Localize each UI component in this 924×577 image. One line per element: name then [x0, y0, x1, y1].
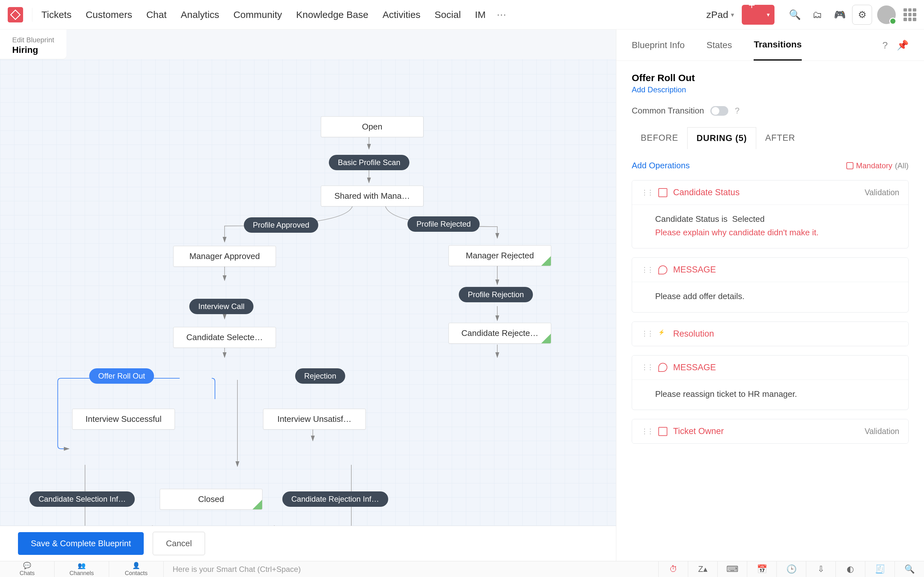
nav-tickets[interactable]: Tickets [41, 9, 71, 20]
tab-states[interactable]: States [706, 29, 732, 61]
transition-profile-rejected[interactable]: Profile Rejected [407, 216, 480, 232]
blueprint-canvas[interactable]: Open Basic Profile Scan Shared with Mana… [0, 59, 616, 526]
apps-grid-icon[interactable] [903, 8, 916, 21]
drag-handle-icon[interactable]: ⋮⋮ [641, 330, 653, 338]
nav-separator [32, 8, 32, 22]
add-description-link[interactable]: Add Description [632, 85, 686, 94]
nav-more-icon[interactable]: ⋯ [497, 9, 506, 20]
op-body-error: Please explain why candidate didn't make… [655, 226, 885, 239]
workspace-name: zPad [706, 9, 728, 20]
create-dropdown-icon[interactable]: ▾ [762, 5, 774, 25]
nav-im[interactable]: IM [475, 9, 485, 20]
nav-kb[interactable]: Knowledge Base [296, 9, 368, 20]
download-icon[interactable]: ⇩ [806, 561, 835, 577]
drag-handle-icon[interactable]: ⋮⋮ [641, 363, 653, 372]
subtab-during[interactable]: DURING (5) [687, 127, 756, 149]
bottom-tab-contacts[interactable]: 👤Contacts [109, 561, 164, 577]
bottom-search-icon[interactable]: 🔍 [895, 561, 924, 577]
contacts-icon: 👤 [132, 562, 140, 569]
save-complete-button[interactable]: Save & Complete Blueprint [18, 532, 144, 555]
help-icon[interactable]: ? [882, 40, 888, 51]
state-closed[interactable]: Closed [160, 489, 262, 510]
timer-icon[interactable]: ⏱ [658, 561, 688, 577]
operation-name: Candidate Status [673, 187, 740, 197]
create-button[interactable]: ＋ ▾ [742, 5, 774, 25]
bottom-tab-label: Channels [69, 570, 94, 577]
gear-icon [846, 162, 853, 169]
workspace-switcher[interactable]: zPad ▾ [706, 9, 734, 20]
cancel-button[interactable]: Cancel [153, 532, 205, 555]
mandatory-indicator[interactable]: Mandatory (All) [846, 161, 909, 170]
state-candidate-selected[interactable]: Candidate Selecte… [173, 327, 276, 348]
pin-icon[interactable]: 📌 [897, 39, 909, 51]
add-operations-link[interactable]: Add Operations [632, 161, 690, 171]
drag-handle-icon[interactable]: ⋮⋮ [641, 427, 653, 436]
tab-transitions[interactable]: Transitions [754, 29, 801, 61]
bottom-tab-chats[interactable]: 💬Chats [0, 561, 55, 577]
transition-profile-rejection[interactable]: Profile Rejection [459, 287, 533, 302]
operation-name: MESSAGE [673, 363, 716, 372]
subtab-after[interactable]: AFTER [756, 127, 804, 149]
field-icon [658, 427, 667, 436]
operation-name: MESSAGE [673, 265, 716, 275]
message-icon [658, 266, 667, 274]
transition-candidate-rejection-info[interactable]: Candidate Rejection Inf… [282, 492, 388, 507]
transition-offer-roll-out[interactable]: Offer Roll Out [89, 368, 154, 384]
nav-analytics[interactable]: Analytics [181, 9, 219, 20]
search-icon[interactable]: 🔍 [785, 5, 804, 25]
za-icon[interactable]: Z▴ [688, 561, 717, 577]
blueprint-name: Hiring [12, 45, 54, 55]
nav-activities[interactable]: Activities [383, 9, 420, 20]
inbox-icon[interactable]: 🗂 [807, 5, 827, 25]
common-transition-label: Common Transition [632, 106, 704, 116]
game-icon[interactable]: 🎮 [830, 5, 850, 25]
subtab-before[interactable]: BEFORE [632, 127, 687, 149]
operation-card[interactable]: ⋮⋮ ⚡ Resolution [632, 322, 909, 346]
transition-candidate-selection-info[interactable]: Candidate Selection Inf… [29, 492, 135, 507]
settings-icon[interactable]: ⚙ [852, 5, 872, 25]
mandatory-label: Mandatory [856, 161, 892, 170]
validation-label: Validation [865, 188, 899, 197]
state-open[interactable]: Open [321, 116, 423, 137]
transition-basic-profile-scan[interactable]: Basic Profile Scan [329, 155, 409, 170]
state-shared-with-manager[interactable]: Shared with Mana… [321, 185, 423, 206]
common-transition-help-icon[interactable]: ? [735, 106, 739, 116]
transition-rejection[interactable]: Rejection [295, 368, 345, 384]
caret-down-icon: ▾ [731, 11, 734, 19]
state-manager-rejected[interactable]: Manager Rejected [449, 245, 551, 266]
operation-card[interactable]: ⋮⋮ MESSAGE Please reassign ticket to HR … [632, 355, 909, 410]
nav-community[interactable]: Community [233, 9, 282, 20]
clock-icon[interactable]: 🕒 [776, 561, 806, 577]
dark-mode-icon[interactable]: ◐ [835, 561, 865, 577]
operation-card[interactable]: ⋮⋮ Candidate Status Validation Candidate… [632, 180, 909, 248]
mandatory-all-label: (All) [895, 161, 909, 170]
edit-blueprint-label: Edit Blueprint [12, 36, 54, 44]
state-candidate-rejected[interactable]: Candidate Rejecte… [449, 323, 551, 343]
op-body-text: Please reassign ticket to HR manager. [632, 380, 908, 410]
receipt-icon[interactable]: 🧾 [865, 561, 895, 577]
user-avatar[interactable] [877, 5, 896, 24]
bolt-icon: ⚡ [658, 329, 667, 338]
app-logo[interactable] [8, 7, 23, 23]
common-transition-toggle[interactable] [710, 106, 728, 116]
operation-card[interactable]: ⋮⋮ MESSAGE Please add offer details. [632, 258, 909, 313]
transition-interview-call[interactable]: Interview Call [189, 299, 254, 314]
state-manager-approved[interactable]: Manager Approved [173, 246, 276, 267]
bottom-tab-channels[interactable]: 👥Channels [55, 561, 109, 577]
nav-social[interactable]: Social [435, 9, 461, 20]
keyboard-icon[interactable]: ⌨ [717, 561, 747, 577]
drag-handle-icon[interactable]: ⋮⋮ [641, 266, 653, 274]
calendar-icon[interactable]: 📅 [747, 561, 776, 577]
nav-customers[interactable]: Customers [86, 9, 132, 20]
state-interview-unsatisfactory[interactable]: Interview Unsatisf… [263, 409, 366, 430]
drag-handle-icon[interactable]: ⋮⋮ [641, 189, 653, 197]
transition-profile-approved[interactable]: Profile Approved [244, 218, 318, 233]
tab-blueprint-info[interactable]: Blueprint Info [632, 29, 685, 61]
smart-chat-input[interactable]: Here is your Smart Chat (Ctrl+Space) [164, 565, 658, 574]
state-interview-successful[interactable]: Interview Successful [72, 409, 175, 430]
operation-card[interactable]: ⋮⋮ Ticket Owner Validation [632, 419, 909, 444]
chat-icon: 💬 [23, 562, 31, 569]
validation-label: Validation [865, 427, 899, 436]
channels-icon: 👥 [78, 562, 86, 569]
nav-chat[interactable]: Chat [146, 9, 166, 20]
